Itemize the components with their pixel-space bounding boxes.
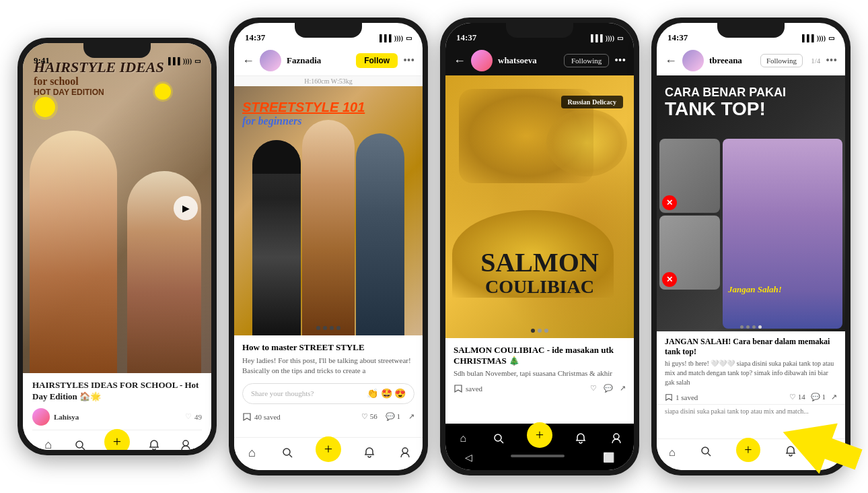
carousel-dots: [531, 329, 548, 333]
nav-plus-button[interactable]: +: [736, 438, 760, 462]
svg-line-10: [708, 453, 711, 456]
dot-2: [746, 325, 750, 329]
nav-person-icon[interactable]: [178, 438, 193, 450]
wifi-icon: )))): [606, 34, 614, 42]
nav-menu-gesture[interactable]: ⬜: [603, 452, 614, 463]
nav-search-icon[interactable]: [280, 445, 295, 460]
signal-icon: ▐▐▐: [166, 57, 180, 65]
nav-plus-button[interactable]: +: [316, 436, 341, 462]
nav-person-icon[interactable]: [398, 445, 412, 460]
hero-title: CARA BENAR PAKAI TANK TOP!: [665, 86, 837, 119]
wifi-icon: )))): [183, 57, 192, 65]
author-avatar: [32, 408, 50, 426]
phone-3: 14:37 ▐▐▐ )))) ▭ ← whatsoeva Following •…: [440, 18, 639, 475]
back-button[interactable]: ←: [242, 54, 254, 68]
fashion-figures: [252, 120, 404, 335]
dot-3: [752, 325, 756, 329]
wrong-example-2: ✕: [659, 216, 720, 290]
ph2-caption-body: Hey ladies! For this post, I'll be talki…: [242, 356, 414, 376]
back-button[interactable]: ←: [665, 54, 677, 68]
correct-example: Jangan Salah!: [723, 139, 842, 329]
nav-bell-icon[interactable]: [785, 445, 797, 460]
nav-search-icon[interactable]: [73, 438, 87, 450]
nav-home-icon[interactable]: ⌂: [41, 438, 56, 450]
phone2-action-row: 40 saved ♡ 56 💬 1 ↗: [234, 408, 423, 426]
figure-2: [302, 120, 355, 335]
more-options-button[interactable]: •••: [614, 55, 626, 67]
nav-plus-button[interactable]: +: [527, 422, 552, 448]
phone3-bottom-nav: ⌂ + ◁ ⬜: [445, 424, 634, 470]
wrong-examples: ✕ ✕: [659, 139, 720, 329]
like-icon[interactable]: ♡ 14: [789, 393, 805, 401]
nav-home-icon[interactable]: ⌂: [456, 431, 470, 446]
phone1-title-edition: HOT DAY EDITION: [34, 88, 201, 97]
more-options-button[interactable]: •••: [403, 55, 414, 67]
nav-search-icon[interactable]: [491, 431, 506, 446]
dot-2: [538, 329, 542, 333]
hero-title-line2: TANK TOP!: [665, 100, 837, 119]
follow-button[interactable]: Follow: [356, 53, 398, 68]
home-indicator: [511, 455, 565, 457]
back-button[interactable]: ←: [454, 54, 466, 68]
phone3-notch: [506, 23, 573, 38]
nav-back-gesture[interactable]: ◁: [465, 452, 472, 463]
emoji-row[interactable]: 👏 🤩 😍: [367, 388, 406, 399]
nav-bell-icon[interactable]: [573, 431, 588, 446]
person-silhouette-1: [30, 131, 117, 373]
salmon-line1: SALMON: [445, 249, 634, 276]
phone2-time: 14:37: [245, 32, 265, 43]
phone1-post-title: HAIRSTYLES IDEAS FOR SCHOOL - Hot Day Ed…: [32, 380, 202, 403]
following-label[interactable]: Following: [760, 54, 803, 67]
caption-continuation: siapa disini suka pakai tank top atau mi…: [657, 404, 845, 415]
like-icon[interactable]: ♡: [590, 384, 597, 393]
dot-2: [323, 326, 327, 330]
phone3-status-icons: ▐▐▐ )))) ▭: [588, 34, 623, 42]
saved-area: saved: [454, 384, 482, 393]
svg-point-6: [495, 434, 501, 441]
figure-3: [356, 133, 404, 335]
ph4-username: tbreeana: [709, 55, 755, 66]
carousel-dots: [316, 326, 340, 330]
comment-icon[interactable]: 💬 1: [386, 412, 400, 421]
nav-person-icon[interactable]: [609, 431, 624, 446]
nav-home-icon[interactable]: ⌂: [244, 445, 259, 460]
comment-icon[interactable]: 💬 1: [811, 393, 826, 401]
ph2-caption-title: How to master STREET STYLE: [242, 342, 414, 353]
comment-input[interactable]: Share your thoughts? 👏 🤩 😍: [242, 383, 414, 404]
share-icon[interactable]: ↗: [831, 393, 837, 401]
battery-icon: ▭: [194, 57, 201, 65]
more-options-button[interactable]: •••: [826, 55, 837, 67]
phone3-header: ← whatsoeva Following •••: [445, 46, 634, 75]
comment-icon[interactable]: 💬: [604, 384, 613, 393]
like-icon[interactable]: ♡ 56: [361, 412, 377, 421]
ph2-username: Faznadia: [287, 55, 351, 66]
phone4-notch: [717, 23, 785, 38]
share-icon[interactable]: ↗: [620, 384, 626, 393]
wrong-mark-1: ✕: [662, 195, 677, 210]
sun-decoration-left: [35, 97, 55, 117]
share-icon[interactable]: ↗: [408, 412, 414, 421]
dot-active: [758, 325, 762, 329]
phone4-time: 14:37: [667, 32, 688, 43]
battery-icon: ▭: [828, 34, 834, 42]
height-weight-label: H:160cm W:53kg: [234, 76, 423, 86]
ph2-user-avatar: [260, 50, 281, 71]
nav-plus-button[interactable]: +: [104, 429, 130, 450]
russian-delicacy-badge: Russian Delicacy: [561, 96, 624, 108]
wifi-icon: )))): [817, 34, 826, 42]
nav-search-icon[interactable]: [700, 445, 712, 460]
hero-title-line1: CARA BENAR PAKAI: [665, 86, 837, 100]
author-name: Lahisya: [54, 413, 79, 421]
wrong-example-1: ✕: [659, 139, 720, 213]
swipe-controls: ◁ ⬜: [445, 448, 634, 463]
nav-bell-icon[interactable]: [362, 445, 377, 460]
battery-icon: ▭: [617, 34, 623, 42]
nav-bell-icon[interactable]: [147, 438, 161, 450]
phone-2: 14:37 ▐▐▐ )))) ▭ ← Faznadia Follow ••• H…: [229, 18, 428, 475]
play-button[interactable]: ▶: [174, 196, 198, 220]
following-badge[interactable]: Following: [564, 54, 609, 67]
salmon-text: SALMON COULIBIAC: [445, 249, 634, 298]
saved-count: 1 saved: [676, 393, 698, 401]
nav-home-icon[interactable]: ⌂: [669, 447, 676, 459]
ph4-caption-title: JANGAN SALAH! Cara benar dalam memakai t…: [665, 337, 837, 357]
